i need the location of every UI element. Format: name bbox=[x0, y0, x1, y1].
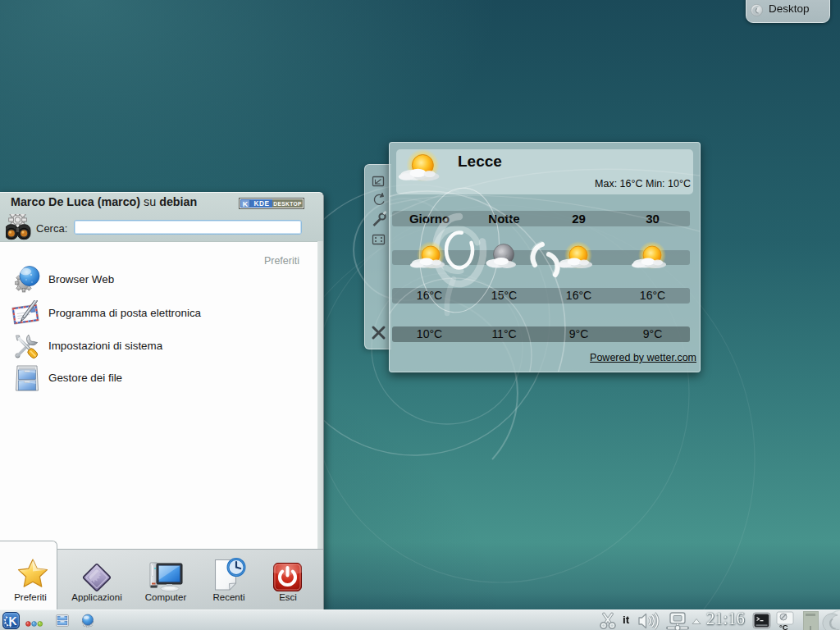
svg-text:°C: °C bbox=[779, 623, 788, 630]
svg-text:K: K bbox=[243, 200, 249, 208]
svg-text:KDE: KDE bbox=[253, 200, 269, 208]
svg-text:DESKTOP: DESKTOP bbox=[273, 201, 302, 207]
svg-text:K: K bbox=[9, 614, 17, 628]
